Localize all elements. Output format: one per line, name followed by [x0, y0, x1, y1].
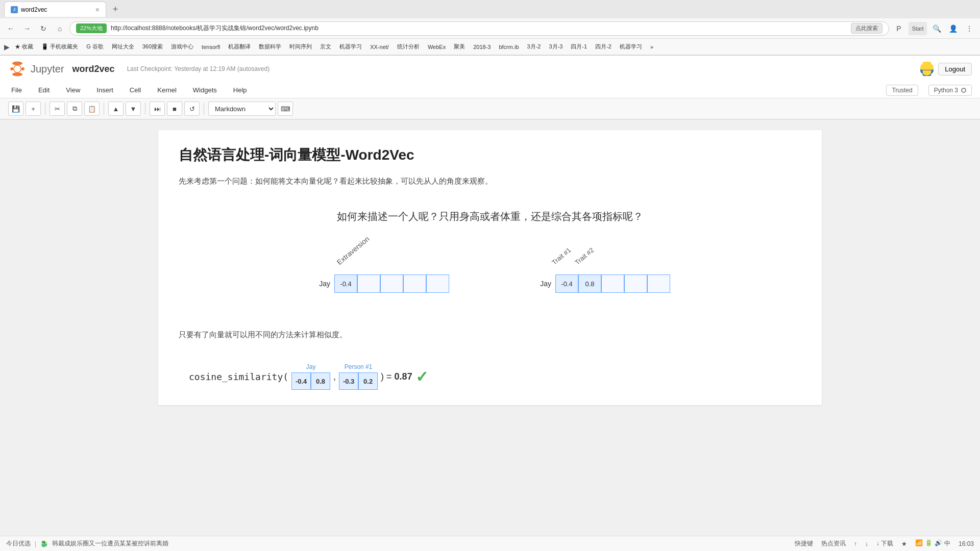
diagram1-cells: -0.4: [334, 274, 449, 293]
diagram1-row: Jay -0.4: [310, 274, 449, 293]
jupyter-wordmark: Jupyter: [31, 63, 64, 75]
diagram2-cells: -0.4 0.8: [555, 274, 670, 293]
bookmark-timeseries[interactable]: 时间序列: [286, 42, 315, 52]
diagram1-cell-5: [426, 274, 449, 293]
restart-kernel-button[interactable]: ↺: [184, 102, 200, 116]
bookmark-mlmore[interactable]: 机器学习: [617, 42, 645, 52]
home-button[interactable]: ⌂: [53, 22, 66, 35]
add-cell-button[interactable]: +: [26, 102, 41, 116]
tab-title: word2vec: [21, 6, 47, 13]
svg-point-4: [14, 65, 21, 72]
save-button[interactable]: 💾: [8, 102, 23, 116]
forward-button[interactable]: →: [20, 22, 34, 35]
move-down-button[interactable]: ▼: [126, 102, 141, 116]
back-button[interactable]: ←: [4, 22, 17, 35]
profile-button[interactable]: 👤: [946, 22, 960, 35]
notebook-title-heading: 自然语言处理-词向量模型-Word2Vec: [179, 145, 801, 165]
bookmark-mar2[interactable]: 3月-2: [524, 42, 544, 52]
search-button[interactable]: 点此搜索: [851, 23, 883, 34]
menu-widgets[interactable]: Widgets: [190, 84, 220, 96]
subtitle-text: 如何来描述一个人呢？只用身高或者体重，还是综合其各项指标呢？: [179, 210, 801, 223]
bookmark-xxnet[interactable]: XX-net/: [367, 43, 392, 51]
trusted-badge[interactable]: Trusted: [886, 85, 918, 96]
logout-button[interactable]: Logout: [938, 63, 972, 76]
address-bar[interactable]: 22%大地 http://localhost:8888/notebooks/机器…: [69, 21, 889, 36]
jupyter-logo-icon: [8, 60, 27, 78]
stop-kernel-button[interactable]: ■: [167, 102, 182, 116]
bookmark-bfcrm[interactable]: bfcrm.ib: [496, 43, 522, 51]
menu-kernel[interactable]: Kernel: [154, 84, 180, 96]
toolbar-separator-4: [204, 103, 204, 115]
menu-view[interactable]: View: [63, 84, 83, 96]
bookmark-favorites[interactable]: ★ 收藏: [12, 42, 36, 52]
menu-file[interactable]: File: [8, 84, 25, 96]
cell-type-selector[interactable]: Markdown Code Raw NBConvert Heading: [208, 102, 276, 116]
bookmark-jume[interactable]: 聚美: [451, 42, 468, 52]
menu-button[interactable]: ⋮: [963, 22, 976, 35]
status-down[interactable]: ↓: [865, 540, 868, 547]
bookmarks-bar: ▶ ★ 收藏 📱 手机收藏夹 G 谷歌 网址大全 360搜索 游戏中心 tens…: [0, 39, 980, 55]
clock-time: 16:03: [959, 540, 974, 547]
zoom-button[interactable]: 🔍: [930, 22, 943, 35]
extraversion-label: Extraversion: [335, 235, 371, 266]
tab-close-button[interactable]: ×: [95, 6, 100, 14]
status-today-label: 今日优选: [6, 539, 31, 548]
person1-cell-2: 0.2: [358, 372, 378, 390]
diagram1-jay-label: Jay: [310, 280, 330, 288]
status-shortcuts[interactable]: 快捷键: [795, 539, 813, 548]
wifi-icon: 📶: [915, 539, 923, 548]
bookmark-games[interactable]: 游戏中心: [168, 42, 197, 52]
paste-cell-button[interactable]: 📋: [84, 102, 100, 116]
person1-vector-cells: -0.3 0.2: [339, 372, 378, 390]
bookmark-apr2[interactable]: 四月-2: [592, 42, 615, 52]
bookmark-apr1[interactable]: 四月-1: [568, 42, 590, 52]
start-button[interactable]: Start: [909, 22, 927, 35]
skip-to-end-button[interactable]: ⏭: [150, 102, 165, 116]
jupyter-header: Jupyter word2vec Last Checkpoint: Yester…: [0, 56, 980, 120]
bookmark-mar3[interactable]: 3月-3: [546, 42, 566, 52]
bookmark-360[interactable]: 360搜索: [139, 42, 166, 52]
copy-cell-button[interactable]: ⧉: [67, 102, 82, 116]
status-separator: |: [35, 540, 36, 547]
diagram1-cell-2: [357, 274, 380, 293]
jay-cell-1: -0.4: [291, 372, 311, 390]
bookmark-google[interactable]: G 谷歌: [83, 42, 107, 52]
cut-cell-button[interactable]: ✂: [50, 102, 65, 116]
bookmark-datascience[interactable]: 数据科学: [256, 42, 284, 52]
new-tab-button[interactable]: +: [108, 2, 122, 16]
bookmark-tensorfl[interactable]: tensorfl: [199, 43, 223, 51]
bookmark-mobile[interactable]: 📱 手机收藏夹: [38, 42, 81, 52]
status-bookmark[interactable]: ★: [901, 540, 907, 547]
bookmark-ml[interactable]: 机器学习: [336, 42, 365, 52]
status-hotpoints[interactable]: 热点资讯: [821, 539, 846, 548]
trait2-label: Trait #2: [573, 246, 596, 266]
bookmark-more[interactable]: »: [647, 43, 656, 51]
keyboard-shortcuts-button[interactable]: ⌨: [278, 102, 293, 116]
bookmark-2018[interactable]: 2018-3: [470, 43, 494, 51]
menu-help[interactable]: Help: [230, 84, 250, 96]
status-bar-left: 今日优选 | 🐉 韩裁成娱乐圈又一位遭员某某被控诉前离婚: [6, 539, 785, 548]
similarity-section: 只要有了向量就可以用不同的方法来计算相似度。 cosine_similarity…: [179, 329, 801, 390]
bookmark-webex[interactable]: WebEx: [425, 43, 449, 51]
status-icons-row: 📶 🔋 🔊 中: [915, 539, 950, 548]
refresh-button[interactable]: ↻: [37, 22, 50, 35]
move-up-button[interactable]: ▲: [108, 102, 124, 116]
menu-insert[interactable]: Insert: [93, 84, 116, 96]
bookmark-jingwen[interactable]: 京文: [317, 42, 334, 52]
bookmark-translate[interactable]: 机器翻译: [225, 42, 254, 52]
bookmark-stats[interactable]: 统计分析: [394, 42, 423, 52]
bookmarks-toggle[interactable]: ▶: [4, 43, 10, 51]
jay-vector-wrapper: Jay -0.4 0.8: [291, 363, 330, 390]
bookmark-url[interactable]: 网址大全: [109, 42, 137, 52]
status-download[interactable]: ↓ 下载: [876, 539, 893, 548]
status-up[interactable]: ↑: [854, 540, 857, 547]
notebook-cell-main: 自然语言处理-词向量模型-Word2Vec 先来考虑第一个问题：如何能将文本向量…: [158, 130, 822, 405]
notebook-title[interactable]: word2vec: [72, 64, 115, 74]
menu-cell[interactable]: Cell: [127, 84, 144, 96]
svg-point-3: [21, 67, 24, 70]
menu-edit[interactable]: Edit: [35, 84, 53, 96]
pol-button[interactable]: P: [892, 22, 905, 35]
svg-point-6: [16, 74, 18, 77]
kernel-status-dot: [961, 88, 966, 93]
active-tab[interactable]: J word2vec ×: [4, 2, 106, 17]
